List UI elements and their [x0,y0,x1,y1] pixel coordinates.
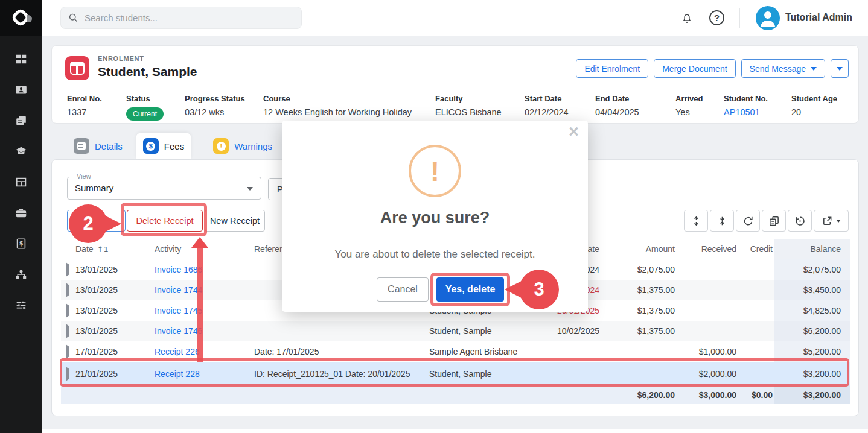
topbar-divider [739,8,740,28]
activity-link[interactable]: Receipt 228 [145,369,245,379]
enrolment-info-row: Enrol No.1337 StatusCurrent Progress Sta… [52,94,858,124]
person-icon [756,6,780,30]
finance-icon: $ [14,237,28,250]
services-icon [14,206,28,220]
totals-row: $6,200.00 $3,000.00 $0.00 $3,200.00 [61,386,850,404]
search-box[interactable] [60,7,302,29]
more-actions-button[interactable] [831,59,849,78]
table-row[interactable]: 17/01/2025 Receipt 226 Date: 17/01/2025 … [61,341,850,362]
sidebar-item-courses[interactable] [14,144,28,159]
activity-link[interactable]: Receipt 226 [145,347,245,356]
info-arrived: ArrivedYes [675,94,703,117]
sidebar-item-records[interactable] [14,113,28,128]
send-message-button[interactable]: Send Message [741,59,825,78]
help-button[interactable]: ? [709,10,724,25]
notifications-button[interactable] [678,10,695,27]
tab-details[interactable]: Details [66,133,130,159]
logo-icon [11,8,31,28]
copy-button[interactable] [762,210,786,232]
user-avatar[interactable] [756,6,780,30]
user-name[interactable]: Tutorial Admin [785,12,852,23]
sidebar-item-students[interactable] [14,83,28,97]
records-icon [14,114,28,127]
selected-table-row[interactable]: 21/01/2025 Receipt 228 ID: Receipt_21012… [61,362,850,386]
activity-link[interactable]: Invoice 1746 [145,326,245,336]
settings-icon [14,299,28,312]
row-expander-icon[interactable] [66,303,69,318]
total-credit: $0.00 [738,390,774,400]
activity-link[interactable]: Invoice 1744 [145,285,245,295]
edit-enrolment-button[interactable]: Edit Enrolment [576,59,648,78]
sort-ascending-icon: ↑1 [97,245,109,254]
student-no-link[interactable]: AP10501 [724,107,768,117]
total-amount: $6,200.00 [601,390,677,400]
app-logo[interactable] [0,0,42,36]
confirm-delete-button[interactable]: Yes, delete [436,277,504,302]
sidebar-item-agents[interactable] [14,267,28,282]
activity-link[interactable]: Invoice 1745 [145,306,245,315]
new-receipt-button[interactable]: New Receipt [205,210,265,232]
row-expander-icon[interactable] [66,283,69,297]
view-select[interactable]: View Summary [67,177,261,200]
search-icon [68,13,78,23]
close-icon[interactable]: × [569,122,579,142]
col-received[interactable]: Received [677,244,738,254]
status-badge: Current [126,107,164,121]
col-date[interactable]: Date↑1 [73,244,145,254]
help-icon: ? [714,13,720,23]
enrolment-icon [65,56,89,80]
record-type-label: ENROLMENT [98,55,144,62]
sidebar: $ [0,0,42,433]
tab-fees[interactable]: $ Fees [136,133,191,159]
dialog-title: Are you sure? [282,209,588,227]
students-icon [14,83,28,96]
activity-link[interactable]: Invoice 1686 [145,265,245,274]
info-faculty: FacultyELICOS Bisbane [435,94,502,117]
row-expander-icon[interactable] [66,262,69,277]
info-course: Course12 Weeks English for Working Holid… [263,94,412,117]
agents-icon [14,268,28,281]
delete-receipt-button[interactable]: Delete Receipt [127,210,203,232]
sidebar-item-dashboard[interactable] [14,52,28,66]
info-end-date: End Date04/04/2025 [595,94,639,117]
collapse-rows-button[interactable] [710,210,734,232]
search-input[interactable] [85,13,294,23]
details-tab-icon [74,138,89,154]
info-enrol-no: Enrol No.1337 [67,94,102,117]
info-start-date: Start Date02/12/2024 [525,94,569,117]
table-row[interactable]: 13/01/2025 Invoice 1746 Student, Sample … [61,321,850,341]
col-balance[interactable]: Balance [774,239,850,259]
sidebar-item-settings[interactable] [14,298,28,312]
total-balance: $3,200.00 [774,386,850,404]
view-select-label: View [74,172,94,180]
info-progress: Progress Status03/12 wks [185,94,245,117]
warnings-tab-icon: ! [213,138,229,154]
topbar: ? Tutorial Admin [42,0,868,36]
col-amount[interactable]: Amount [601,244,677,254]
sidebar-item-enrolments[interactable] [14,175,28,189]
bell-icon [680,11,694,25]
expand-rows-button[interactable] [684,210,708,232]
copy-icon [768,215,780,227]
sidebar-item-finance[interactable]: $ [14,236,28,251]
info-status: StatusCurrent [126,94,164,121]
chevron-down-icon [247,187,253,191]
row-expander-icon[interactable] [66,367,69,381]
annotation-step-2-marker: 2 [69,204,107,243]
chevron-down-icon [811,67,817,71]
history-button[interactable] [788,210,812,232]
row-expander-icon[interactable] [66,344,69,359]
sidebar-item-services[interactable] [14,206,28,220]
tab-warnings[interactable]: ! Warnings [206,133,279,159]
chevron-down-icon [837,67,843,71]
page-bottom [42,429,868,433]
col-credit[interactable]: Credit [738,244,774,254]
export-button[interactable] [814,210,849,232]
merge-document-button[interactable]: Merge Document [654,59,735,78]
cancel-button[interactable]: Cancel [377,277,429,302]
page-title: Student, Sample [98,65,197,79]
enrolment-header-card: ENROLMENT Student, Sample Edit Enrolment… [51,45,859,124]
refresh-button[interactable] [736,210,760,232]
row-expander-icon[interactable] [66,324,69,338]
courses-icon [14,145,28,158]
